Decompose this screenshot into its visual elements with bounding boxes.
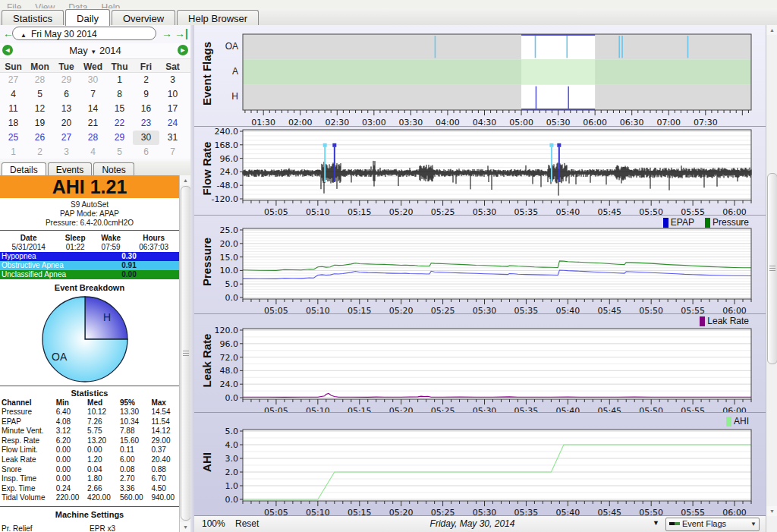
detail-tab-events[interactable]: Events	[48, 162, 93, 176]
session-table-header: Wake	[93, 233, 128, 243]
calendar-next-month-button[interactable]: ►	[178, 45, 188, 55]
calendar-year-label[interactable]: 2014	[99, 45, 121, 56]
calendar-day[interactable]: 8	[106, 87, 133, 102]
calendar-day[interactable]: 6	[133, 145, 159, 159]
ahi-plot[interactable]: 05:0505:1005:1505:2005:2505:3005:3505:40…	[194, 413, 766, 517]
calendar-day[interactable]: 3	[159, 73, 186, 87]
machine-info-line: S9 AutoSet	[0, 200, 179, 209]
calendar-day[interactable]: 28	[27, 73, 53, 87]
scroll-up-icon[interactable]: ▲	[180, 175, 191, 185]
calendar-day[interactable]: 15	[106, 102, 133, 116]
date-selector-button[interactable]: ▲Fri May 30 2014	[12, 27, 156, 40]
details-scrollbar-thumb[interactable]	[181, 186, 191, 521]
graph-selector-combo[interactable]: Event Flags ▼	[665, 518, 760, 531]
calendar-day[interactable]: 20	[53, 116, 80, 131]
leak-rate-plot[interactable]: 05:0505:1005:1505:2005:2505:3005:3505:40…	[194, 314, 766, 413]
calendar-day[interactable]: 11	[0, 102, 27, 116]
setting-value: EPR x3	[61, 524, 144, 532]
calendar-day[interactable]: 1	[0, 145, 27, 159]
calendar-day[interactable]: 4	[80, 145, 106, 159]
session-table-cell: 07:59	[93, 243, 128, 252]
menu-data[interactable]: Data	[61, 2, 94, 8]
statistics-cell: 0.00	[55, 445, 86, 455]
detail-tab-notes[interactable]: Notes	[93, 162, 134, 176]
calendar-day[interactable]: 10	[159, 87, 186, 102]
calendar-day[interactable]: 23	[133, 116, 159, 131]
calendar-day[interactable]: 30	[133, 131, 159, 145]
calendar-day[interactable]: 2	[27, 145, 53, 159]
calendar-day[interactable]: 14	[80, 102, 106, 116]
calendar-day[interactable]: 27	[53, 131, 80, 145]
calendar-day[interactable]: 5	[27, 87, 53, 102]
detail-tab-bar: DetailsEventsNotesBookmarks	[0, 161, 190, 176]
tab-overview[interactable]: Overview	[112, 10, 175, 26]
statistics-cell: 0.37	[149, 445, 179, 455]
calendar-day[interactable]: 18	[0, 116, 27, 131]
calendar-day[interactable]: 26	[27, 131, 53, 145]
event-rate-row: Hypopnea0.30	[0, 252, 179, 261]
svg-text:1.0: 1.0	[225, 481, 239, 491]
charts-scrollbar-thumb[interactable]	[767, 173, 777, 364]
calendar-day[interactable]: 7	[80, 87, 106, 102]
weekday-label: Fri	[133, 61, 159, 74]
calendar-day[interactable]: 21	[80, 116, 106, 131]
event-flags-plot[interactable]: 01:3002:0002:3003:0003:3004:0004:3005:00…	[194, 27, 766, 126]
calendar-day[interactable]: 16	[133, 102, 159, 116]
calendar-day[interactable]: 6	[53, 87, 80, 102]
calendar-month-label[interactable]: May	[69, 45, 88, 56]
calendar-month-year[interactable]: May ▼ 2014	[0, 45, 190, 56]
calendar-day[interactable]: 4	[0, 87, 27, 102]
reset-zoom-button[interactable]: Reset	[235, 518, 259, 529]
divider	[0, 506, 179, 507]
calendar-day[interactable]: 28	[80, 131, 106, 145]
calendar-day[interactable]: 24	[159, 116, 186, 131]
statistics-cell: 6.70	[149, 474, 179, 484]
calendar-day[interactable]: 22	[106, 116, 133, 131]
statistics-cell: 5.75	[86, 427, 118, 436]
calendar-day[interactable]: 9	[133, 87, 159, 102]
next-day-button[interactable]: →	[162, 27, 172, 39]
statistics-cell: 3.36	[118, 484, 149, 494]
calendar-day[interactable]: 3	[53, 145, 80, 159]
calendar-day[interactable]: 2	[133, 73, 159, 87]
tab-help-browser[interactable]: Help Browser	[177, 10, 259, 26]
calendar-day[interactable]: 12	[27, 102, 53, 116]
calendar-day[interactable]: 29	[106, 131, 133, 145]
calendar-day[interactable]: 30	[80, 73, 106, 87]
event-rate-value: 0.30	[106, 252, 152, 261]
statistics-cell: Minute Vent.	[0, 427, 55, 436]
menu-help[interactable]: Help	[95, 2, 127, 8]
calendar-day[interactable]: 1	[106, 73, 133, 87]
scroll-down-icon[interactable]: ▼	[180, 522, 191, 532]
calendar-day[interactable]: 25	[0, 131, 27, 145]
date-expander-icon: ▲	[20, 32, 27, 39]
scroll-down-icon[interactable]: ▼	[766, 506, 777, 516]
calendar-day[interactable]: 7	[159, 145, 186, 159]
pressure-plot[interactable]: 05:0505:1005:1505:2005:2505:3005:3505:40…	[194, 216, 766, 314]
flow-rate-plot[interactable]: 05:0505:1005:1505:2005:2505:3005:3505:40…	[194, 127, 766, 216]
menu-view[interactable]: View	[28, 2, 61, 8]
last-day-button[interactable]: →|	[175, 27, 188, 39]
svg-text:24.0: 24.0	[220, 167, 239, 177]
scroll-up-icon[interactable]: ▲	[766, 25, 777, 35]
calendar-day[interactable]: 5	[106, 145, 133, 159]
calendar-day[interactable]: 17	[159, 102, 186, 116]
detail-tab-details[interactable]: Details	[2, 162, 46, 176]
dropdown-triangle-icon[interactable]: ▼	[653, 519, 659, 527]
calendar-day[interactable]: 19	[27, 116, 53, 131]
statistics-cell: 0.00	[55, 474, 86, 484]
statistics-cell: 0.08	[118, 465, 149, 475]
statistics-cell: 0.04	[86, 465, 118, 475]
svg-text:0.0: 0.0	[225, 393, 239, 403]
details-scrollbar[interactable]: ▲ ▼	[179, 175, 190, 532]
calendar-day[interactable]: 31	[159, 131, 186, 145]
charts-scrollbar[interactable]: ▲ ▼	[766, 25, 777, 532]
calendar-day[interactable]: 27	[0, 73, 27, 87]
calendar-day[interactable]: 29	[53, 73, 80, 87]
menu-file[interactable]: File	[0, 2, 28, 8]
calendar-day[interactable]: 13	[53, 102, 80, 116]
statistics-header: Channel	[0, 398, 55, 408]
tab-statistics[interactable]: Statistics	[2, 10, 64, 26]
zoom-level-label[interactable]: 100%	[202, 518, 225, 529]
tab-daily[interactable]: Daily	[65, 9, 110, 26]
